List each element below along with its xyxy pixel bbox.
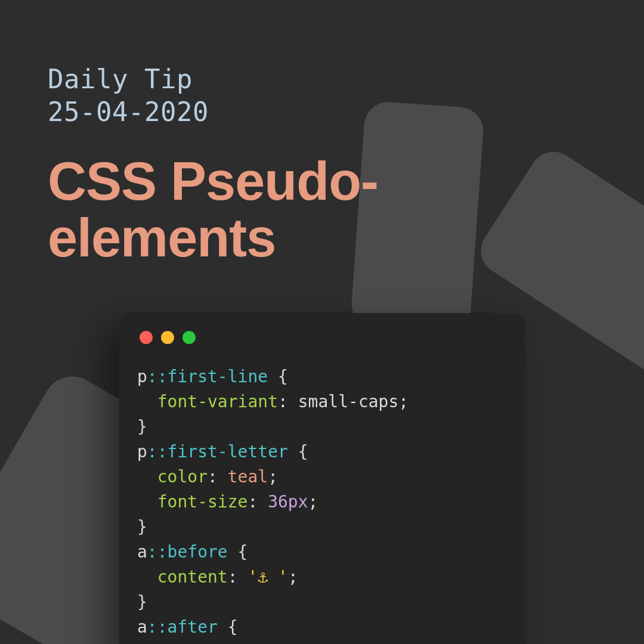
- code-editor-window: p::first-line { font-variant: small-caps…: [119, 313, 525, 644]
- close-icon: [140, 331, 153, 344]
- code-colon: :: [228, 567, 248, 587]
- code-property: font-variant: [157, 392, 278, 411]
- kicker-line: Daily Tip: [48, 63, 378, 95]
- code-property: font-size: [157, 492, 248, 512]
- header-block: Daily Tip 25-04-2020 CSS Pseudo- element…: [48, 63, 378, 266]
- code-semi: ;: [398, 392, 408, 411]
- code-indent: [137, 467, 157, 487]
- code-brace: }: [137, 517, 147, 537]
- code-semi: ;: [288, 567, 298, 587]
- title-line: elements: [48, 210, 378, 267]
- minimize-icon: [161, 331, 174, 344]
- code-pseudo: ::first-letter: [147, 442, 288, 462]
- code-pseudo: ::first-line: [147, 367, 268, 386]
- code-brace: {: [228, 542, 248, 562]
- code-value: 36px: [268, 492, 308, 512]
- code-colon: :: [208, 467, 228, 487]
- code-pseudo: ::after: [147, 617, 218, 637]
- code-semi: ;: [308, 492, 318, 512]
- code-brace: {: [288, 442, 308, 462]
- code-selector: a: [137, 617, 147, 637]
- kicker-date: 25-04-2020: [48, 95, 378, 128]
- window-controls: [140, 331, 507, 344]
- code-string: '⚓ ': [247, 567, 287, 587]
- maximize-icon: [182, 331, 196, 344]
- code-indent: [137, 567, 157, 587]
- code-selector: p: [137, 367, 147, 386]
- code-selector: a: [137, 542, 147, 562]
- code-brace: }: [137, 417, 147, 436]
- code-selector: p: [137, 442, 147, 462]
- code-property: content: [157, 567, 228, 587]
- kicker: Daily Tip 25-04-2020: [48, 63, 378, 128]
- page-title: CSS Pseudo- elements: [48, 153, 378, 266]
- code-indent: [137, 392, 157, 411]
- title-line: CSS Pseudo-: [48, 153, 378, 210]
- code-indent: [137, 492, 157, 512]
- code-pseudo: ::before: [147, 542, 228, 562]
- code-block: p::first-line { font-variant: small-caps…: [137, 364, 507, 644]
- code-brace: {: [268, 367, 288, 386]
- code-colon: :: [247, 492, 268, 512]
- code-colon: :: [278, 392, 298, 411]
- code-value: teal: [228, 467, 268, 487]
- code-value: small-caps: [298, 392, 399, 411]
- code-brace: }: [137, 592, 147, 612]
- code-property: color: [157, 467, 208, 487]
- code-semi: ;: [268, 467, 278, 487]
- code-brace: {: [218, 617, 238, 637]
